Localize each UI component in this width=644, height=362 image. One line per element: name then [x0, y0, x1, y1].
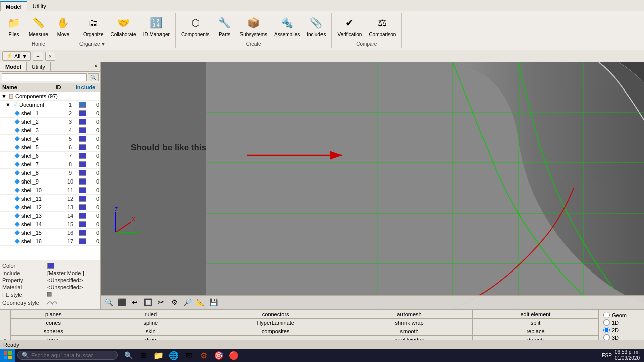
cell-composites[interactable]: composites: [205, 327, 346, 336]
view-icon-4[interactable]: 🔲: [142, 297, 154, 308]
cell-skin[interactable]: skin: [97, 327, 205, 336]
list-item[interactable]: 🔷 shell_8 9 0: [0, 169, 100, 177]
list-item[interactable]: 🔷 shell_5 6 0: [0, 143, 100, 152]
taskbar-app-6[interactable]: 🔴: [227, 349, 240, 362]
tab-model[interactable]: Model: [0, 1, 27, 11]
taskbar-app-2[interactable]: 🌐: [167, 349, 180, 362]
cell-split[interactable]: split: [472, 319, 598, 327]
shell-icon: 🔷: [13, 204, 20, 211]
cell-edit-element[interactable]: edit element: [472, 310, 598, 319]
list-item[interactable]: 🔷 shell_15 16 0: [0, 229, 100, 237]
tab-model-panel[interactable]: Model: [0, 62, 27, 71]
shell-icon: 🔷: [13, 187, 20, 194]
tree-content[interactable]: ▼ 📋 Components (97) ▼ 📄 Document 1 0 🔷 s…: [0, 92, 100, 260]
list-item[interactable]: 🔷 shell_12 13 0: [0, 203, 100, 212]
view-icon-5[interactable]: ✂: [155, 297, 167, 308]
taskbar-app-3[interactable]: ✉: [182, 349, 195, 362]
list-item[interactable]: 🔷 shell_2 3 0: [0, 118, 100, 126]
btn-subsystems[interactable]: 📦 Subsystems: [236, 13, 271, 39]
btn-collaborate[interactable]: 🤝 Collaborate: [107, 13, 139, 39]
taskbar-search-input[interactable]: [31, 352, 102, 358]
list-item[interactable]: 🔷 shell_14 15 0: [0, 220, 100, 229]
subsystems-label: Subsystems: [240, 32, 267, 37]
cell-replace[interactable]: replace: [472, 327, 598, 336]
list-item[interactable]: 🔷 shell_11 12 0: [0, 195, 100, 203]
radio-1d-input[interactable]: [603, 319, 610, 326]
document-color: [79, 102, 86, 108]
btn-id-manager[interactable]: 🔢 ID Manager: [140, 13, 173, 39]
list-item[interactable]: 🔷 shell_6 7 0: [0, 152, 100, 160]
radio-2d-input[interactable]: [603, 327, 610, 333]
shell-id: 6: [63, 144, 78, 150]
btn-files[interactable]: 📁 Files: [2, 13, 25, 39]
all-dropdown-btn[interactable]: ⚡ All ▼: [2, 51, 31, 61]
cell-ruled[interactable]: ruled: [97, 310, 205, 319]
taskbar-app-5[interactable]: 🎯: [212, 349, 225, 362]
radio-geom[interactable]: Geom: [603, 312, 640, 318]
viewport[interactable]: Should be like this Z Y X 🔍 ⬛: [101, 62, 644, 309]
cell-shrink-wrap[interactable]: shrink wrap: [346, 319, 473, 327]
cell-cones[interactable]: cones: [11, 319, 97, 327]
radio-1d[interactable]: 1D: [603, 319, 640, 326]
cell-planes[interactable]: planes: [11, 310, 97, 319]
list-item[interactable]: 🔷 shell_1 2 0: [0, 109, 100, 118]
prop-material-value: <Unspecified>: [47, 284, 98, 290]
btn-comparison[interactable]: ⚖ Comparison: [365, 13, 399, 39]
panel-close-btn[interactable]: ×: [91, 62, 100, 71]
btn-move[interactable]: ✋ Move: [52, 13, 75, 39]
taskbar-task-view[interactable]: ⊞: [137, 349, 150, 362]
list-item[interactable]: 🔷 shell_3 4 0: [0, 126, 100, 135]
taskbar-search[interactable]: 🔍: [17, 351, 118, 360]
axes-svg: Z Y X: [106, 207, 141, 242]
shell-icon: 🔷: [13, 221, 20, 228]
radio-geom-input[interactable]: [603, 312, 610, 318]
taskbar-app-1[interactable]: 📁: [152, 349, 165, 362]
btn-includes[interactable]: 📎 Includes: [303, 13, 329, 39]
cell-smooth[interactable]: smooth: [346, 327, 473, 336]
shell-id: 17: [63, 238, 78, 244]
add-btn[interactable]: +: [33, 52, 43, 61]
btn-parts[interactable]: 🔧 Parts: [213, 13, 236, 39]
search-input[interactable]: [2, 73, 87, 81]
cell-connectors[interactable]: connectors: [205, 310, 346, 319]
ribbon-group-compare: ✔ Verification ⚖ Comparison Compare: [332, 13, 402, 48]
start-button[interactable]: [0, 349, 15, 362]
view-icon-3[interactable]: ↩: [129, 297, 141, 308]
verification-label: Verification: [337, 32, 362, 37]
search-btn[interactable]: 🔍: [88, 73, 99, 81]
taskbar-app-4[interactable]: ⚙: [197, 349, 210, 362]
delete-btn[interactable]: ×: [45, 52, 55, 61]
list-item[interactable]: 🔷 shell_9 10 0: [0, 177, 100, 186]
list-item[interactable]: 🔷 shell_10 11 0: [0, 186, 100, 195]
cell-automesh[interactable]: automesh: [346, 310, 473, 319]
radio-2d[interactable]: 2D: [603, 327, 640, 333]
view-icon-1[interactable]: 🔍: [103, 297, 115, 308]
shell-num: 0: [87, 161, 99, 167]
btn-measure[interactable]: 📏 Measure: [25, 13, 52, 39]
list-item[interactable]: 🔷 shell_16 17 0: [0, 237, 100, 246]
btn-organize[interactable]: 🗂 Organize: [79, 13, 107, 39]
btn-verification[interactable]: ✔ Verification: [334, 13, 365, 39]
organize-dropdown-icon[interactable]: ▼: [101, 42, 105, 47]
tree-document[interactable]: ▼ 📄 Document 1 0: [0, 101, 100, 109]
view-icon-7[interactable]: 🔎: [181, 297, 193, 308]
shell-num: 0: [87, 187, 99, 193]
cell-spline[interactable]: spline: [97, 319, 205, 327]
list-item[interactable]: 🔷 shell_4 5 0: [0, 135, 100, 143]
assemblies-icon: 🔩: [279, 15, 295, 31]
cell-spheres[interactable]: spheres: [11, 327, 97, 336]
list-item[interactable]: 🔷 shell_7 8 0: [0, 160, 100, 169]
taskbar-search-btn[interactable]: 🔍: [122, 349, 135, 362]
cell-hyperlaminate[interactable]: HyperLaminate: [205, 319, 346, 327]
list-item[interactable]: 🔷 shell_13 14 0: [0, 212, 100, 220]
btn-assemblies[interactable]: 🔩 Assemblies: [271, 13, 303, 39]
tab-utility-panel[interactable]: Utility: [27, 62, 51, 71]
tab-utility[interactable]: Utility: [27, 1, 52, 11]
tree-root[interactable]: ▼ 📋 Components (97): [0, 92, 100, 101]
view-icon-8[interactable]: 📐: [194, 297, 206, 308]
view-icon-9[interactable]: 💾: [207, 297, 219, 308]
btn-components[interactable]: ⬡ Components: [178, 13, 213, 39]
view-icon-2[interactable]: ⬛: [116, 297, 128, 308]
organize-label: Organize: [83, 32, 104, 37]
view-icon-6[interactable]: ⚙: [168, 297, 180, 308]
